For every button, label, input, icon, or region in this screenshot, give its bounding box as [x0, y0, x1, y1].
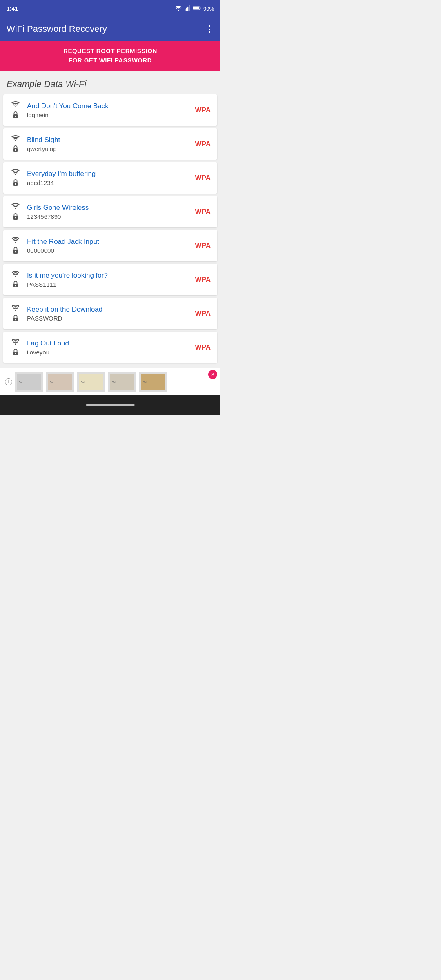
status-icons: 90% [175, 5, 214, 12]
wifi-signal-icon [11, 168, 20, 177]
wifi-item-type: WPA [195, 343, 211, 352]
svg-point-31 [15, 353, 16, 354]
svg-point-25 [15, 285, 16, 287]
section-header: Example Data Wi-Fi [0, 71, 220, 94]
wifi-item-name: Keep it on the Download [27, 305, 191, 314]
wifi-item-info: Is it me you're looking for? PASS1111 [27, 272, 191, 288]
wifi-lock-icon [12, 179, 19, 188]
svg-text:Ad: Ad [143, 380, 147, 383]
root-permission-banner[interactable]: REQUEST ROOT PERMISSION FOR GET WIFI PAS… [0, 41, 220, 71]
wifi-list-item[interactable]: Keep it on the Download PASSWORD WPA [3, 298, 217, 329]
wifi-lock-icon [12, 247, 19, 256]
svg-text:Ad: Ad [112, 380, 116, 383]
wifi-item-name: Blind Sight [27, 136, 191, 144]
wifi-item-icons [10, 100, 21, 120]
wifi-item-name: Hit the Road Jack Input [27, 238, 191, 246]
wifi-list-item[interactable]: Everyday I'm buffering abcd1234 WPA [3, 162, 217, 194]
wifi-item-type: WPA [195, 208, 211, 216]
ad-thumb-2: Ad [46, 372, 74, 392]
wifi-item-icons [10, 270, 21, 290]
wifi-list-item[interactable]: Hit the Road Jack Input 00000000 WPA [3, 230, 217, 261]
menu-button[interactable]: ⋮ [205, 24, 214, 34]
wifi-item-password: 1234567890 [27, 213, 191, 220]
wifi-item-type: WPA [195, 242, 211, 250]
wifi-list-item[interactable]: Lag Out Loud iloveyou WPA [3, 332, 217, 363]
ad-thumb-1: Ad [15, 372, 43, 392]
svg-point-13 [15, 149, 16, 151]
toolbar: WiFi Password Recovery ⋮ [0, 17, 220, 41]
svg-rect-6 [200, 7, 200, 9]
wifi-signal-icon [11, 270, 20, 279]
wifi-item-type: WPA [195, 310, 211, 318]
wifi-item-type: WPA [195, 140, 211, 148]
root-banner-line2: FOR GET WIFI PASSWORD [7, 56, 214, 65]
root-banner-line1: REQUEST ROOT PERMISSION [7, 47, 214, 56]
ad-bar: i Ad Ad Ad Ad Ad ✕ [0, 368, 220, 395]
wifi-item-password: logmein [27, 111, 191, 118]
bottom-navigation [0, 395, 220, 415]
wifi-signal-icon [11, 236, 20, 245]
wifi-item-password: PASSWORD [27, 315, 191, 322]
wifi-status-icon [175, 5, 182, 12]
status-time: 1:41 [7, 5, 18, 12]
wifi-signal-icon [11, 134, 20, 143]
svg-text:Ad: Ad [19, 380, 22, 383]
wifi-list-item[interactable]: Is it me you're looking for? PASS1111 WP… [3, 264, 217, 295]
svg-point-16 [15, 183, 16, 185]
svg-point-29 [15, 343, 16, 345]
wifi-item-info: Girls Gone Wireless 1234567890 [27, 204, 191, 220]
ad-thumb-5: Ad [139, 372, 167, 392]
svg-text:Ad: Ad [81, 380, 85, 383]
svg-rect-2 [186, 7, 187, 11]
svg-point-19 [15, 217, 16, 219]
wifi-lock-icon [12, 213, 19, 222]
wifi-item-password: qwertyuiop [27, 145, 191, 152]
wifi-lock-icon [12, 111, 19, 120]
wifi-item-info: Lag Out Loud iloveyou [27, 339, 191, 356]
svg-point-8 [15, 106, 16, 107]
wifi-item-name: And Don't You Come Back [27, 102, 191, 110]
wifi-lock-icon [12, 314, 19, 323]
wifi-item-name: Girls Gone Wireless [27, 204, 191, 212]
battery-percentage: 90% [203, 6, 214, 12]
wifi-signal-icon [11, 303, 20, 313]
wifi-item-password: abcd1234 [27, 179, 191, 186]
ad-thumb-4: Ad [108, 372, 136, 392]
svg-point-17 [15, 208, 16, 209]
svg-point-11 [15, 140, 16, 141]
wifi-item-icons [10, 303, 21, 323]
wifi-item-info: Blind Sight qwertyuiop [27, 136, 191, 152]
svg-point-28 [15, 319, 16, 321]
svg-rect-3 [187, 6, 188, 11]
svg-point-10 [15, 116, 16, 117]
svg-point-22 [15, 251, 16, 253]
battery-status-icon [193, 6, 201, 12]
wifi-item-icons [10, 168, 21, 188]
ad-thumb-3: Ad [77, 372, 105, 392]
wifi-item-icons [10, 337, 21, 357]
wifi-item-password: iloveyou [27, 349, 191, 356]
wifi-item-info: Everyday I'm buffering abcd1234 [27, 170, 191, 186]
signal-status-icon [185, 5, 190, 12]
svg-text:Ad: Ad [50, 380, 53, 383]
svg-rect-7 [193, 7, 199, 9]
wifi-list-item[interactable]: And Don't You Come Back logmein WPA [3, 94, 217, 126]
wifi-item-info: And Don't You Come Back logmein [27, 102, 191, 118]
wifi-item-info: Keep it on the Download PASSWORD [27, 305, 191, 322]
svg-point-26 [15, 310, 16, 311]
wifi-list-item[interactable]: Girls Gone Wireless 1234567890 WPA [3, 196, 217, 227]
wifi-list-item[interactable]: Blind Sight qwertyuiop WPA [3, 128, 217, 160]
app-title: WiFi Password Recovery [7, 24, 107, 34]
svg-point-14 [15, 174, 16, 175]
wifi-item-name: Lag Out Loud [27, 339, 191, 347]
wifi-lock-icon [12, 348, 19, 357]
wifi-lock-icon [12, 281, 19, 290]
ad-close-button[interactable]: ✕ [208, 370, 217, 379]
svg-point-0 [178, 10, 179, 11]
wifi-item-password: 00000000 [27, 247, 191, 254]
svg-point-20 [15, 242, 16, 243]
wifi-item-name: Is it me you're looking for? [27, 272, 191, 280]
svg-rect-4 [189, 5, 189, 11]
ad-info-button[interactable]: i [5, 378, 12, 385]
wifi-signal-icon [11, 100, 20, 109]
